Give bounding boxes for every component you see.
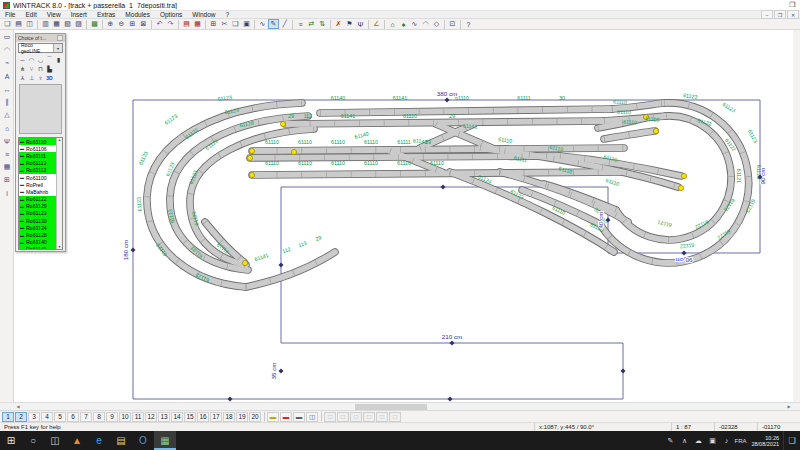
export-button[interactable]: ▨ [73,19,84,29]
selection-handle[interactable] [447,396,452,401]
zoom-fit-button[interactable]: ⊠ [138,19,149,29]
volume-icon[interactable]: ♪ [719,431,733,450]
tool-list[interactable]: ≡ [1,148,13,160]
split-track-button[interactable]: Ψ [355,19,366,29]
selection-handle[interactable] [449,340,454,345]
open-file-button[interactable]: ▤ [13,19,24,29]
curve-button[interactable]: ◠ [420,19,431,29]
page-button-15[interactable]: 15 [184,412,196,422]
horizontal-scrollbar[interactable]: ◀ ▶ [0,402,800,410]
outlook-icon[interactable]: O [132,431,154,450]
selection-handle[interactable] [444,97,449,102]
tool-building[interactable]: ⌂ [1,122,13,134]
vlc-icon[interactable]: ▲ [66,431,88,450]
page-button-18[interactable]: 18 [223,412,235,422]
shift-horizontal-button[interactable]: ⇄ [306,19,317,29]
menu-help[interactable]: ? [220,11,234,18]
track-symbol-special[interactable]: ▮ [54,55,63,64]
layer-color-2[interactable]: ▬ [280,412,292,422]
mdi-minimize-button[interactable]: – [761,10,773,19]
redo-button[interactable]: ↷ [165,19,176,29]
page-button-19[interactable]: 19 [236,412,248,422]
scroll-down-icon[interactable]: ▼ [58,245,61,249]
notification-center-icon[interactable]: ❑ [783,431,800,450]
tool-info[interactable]: i [1,187,13,199]
track-symbol-turntable[interactable]: ♆ [36,73,45,82]
language-indicator[interactable]: FRA [733,431,747,450]
task-view-icon[interactable]: ◫ [44,431,66,450]
track-symbol-curve-left[interactable]: ◠ [27,55,36,64]
track-symbol-slip[interactable]: ▙ [45,64,54,73]
line-button[interactable]: ╱ [279,19,290,29]
selection-handle[interactable] [681,250,686,255]
track-symbol-straight[interactable]: ─ [18,55,27,64]
tool-dimension[interactable]: ↔ [1,83,13,95]
print-preview-button[interactable]: ▥ [40,19,51,29]
menu-insert[interactable]: Insert [66,11,92,18]
scroll-right-arrow[interactable]: ▶ [785,403,793,410]
page-button-6[interactable]: 6 [67,412,79,422]
draw-track-button[interactable]: ✎ [268,19,279,29]
zoom-in-button[interactable]: ⊕ [105,19,116,29]
tool-curve[interactable]: ◠ [1,44,13,56]
undo-button[interactable]: ↶ [154,19,165,29]
onedrive-icon[interactable]: ☁ [691,431,705,450]
help-button[interactable]: ? [463,19,474,29]
tree-button[interactable]: ♠ [398,19,409,29]
align-button[interactable]: ≡ [295,19,306,29]
pen-tray-icon[interactable]: ✎ [663,431,677,450]
track-symbol-switch-right[interactable]: ⑂ [27,64,36,73]
shift-vertical-button[interactable]: ⇅ [317,19,328,29]
selection-handle[interactable] [278,262,283,267]
security-tray-icon[interactable]: ▣ [705,431,719,450]
selection-handle[interactable] [620,368,625,373]
selection-handle[interactable] [440,184,445,189]
menu-window[interactable]: Window [187,11,220,18]
parts-list-button[interactable]: ▤ [181,19,192,29]
page-button-11[interactable]: 11 [132,412,144,422]
palette-close-button[interactable] [57,35,63,41]
tool-signal[interactable]: Ψ [1,135,13,147]
image-button[interactable]: ▩ [89,19,100,29]
taskbar-clock[interactable]: 10:26 28/08/2021 [747,435,783,447]
hidden-icons-chevron[interactable]: ∧ [677,431,691,450]
tool-text[interactable]: A [1,70,13,82]
track-symbol-switch-left[interactable]: ⋔ [18,64,27,73]
page-setup-button[interactable]: ▧ [62,19,73,29]
menu-edit[interactable]: Edit [20,11,41,18]
layer-color-1[interactable]: ▬ [267,412,279,422]
tile-windows-button[interactable]: ◫ [306,412,318,422]
menu-modules[interactable]: Modules [120,11,155,18]
house-button[interactable]: ⌂ [387,19,398,29]
page-button-2[interactable]: 2 [15,412,27,422]
contact-button[interactable]: ∿ [409,19,420,29]
track-symbol-arc[interactable]: ⌒ [45,55,54,64]
start-button[interactable]: ⊞ [0,431,22,450]
scroll-up-icon[interactable]: ▲ [58,138,61,142]
page-button-4[interactable]: 4 [41,412,53,422]
price-list-button[interactable]: ▦ [192,19,203,29]
gradient-button[interactable]: ∠ [371,19,382,29]
wintrack-taskbar-icon[interactable]: ▦ [154,431,176,450]
tool-contact[interactable]: ⌁ [1,57,13,69]
page-button-14[interactable]: 14 [171,412,183,422]
track-system-dropdown[interactable]: Roco geoLINE ▾ [18,43,63,53]
page-button-5[interactable]: 5 [54,412,66,422]
page-button-8[interactable]: 8 [93,412,105,422]
copy-button[interactable]: ❏ [230,19,241,29]
page-button-1[interactable]: 1 [2,412,14,422]
layer-color-3[interactable]: ▬ [293,412,305,422]
zoom-out-button[interactable]: ⊖ [116,19,127,29]
page-button-16[interactable]: 16 [197,412,209,422]
table-button[interactable]: ⊞ [208,19,219,29]
zoom-window-button[interactable]: ⊞ [127,19,138,29]
menu-options[interactable]: Options [155,11,187,18]
delete-track-button[interactable]: ✗ [333,19,344,29]
tool-grid[interactable]: ⊞ [1,174,13,186]
menu-extras[interactable]: Extras [92,11,120,18]
flag-button[interactable]: ⚑ [344,19,355,29]
paste-button[interactable]: ▣ [241,19,252,29]
track-symbol-3d[interactable]: 3D [45,73,54,82]
cut-button[interactable]: ✂ [219,19,230,29]
selection-handle[interactable] [130,247,135,252]
